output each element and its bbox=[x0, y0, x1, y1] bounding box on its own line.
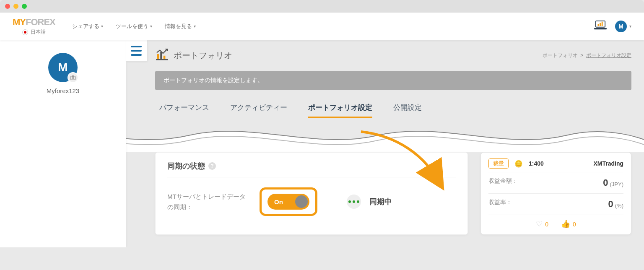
account-summary-card: 裁量 🪙 1:400 XMTrading 収益金額： 0(JPY) 収益率： 0… bbox=[480, 152, 631, 235]
chevron-down-icon: ▾ bbox=[150, 24, 152, 29]
leverage-value: 1:400 bbox=[529, 160, 544, 167]
breadcrumb-current[interactable]: ポートフォリオ設定 bbox=[586, 52, 631, 58]
window-close-dot[interactable] bbox=[5, 4, 10, 9]
site-logo[interactable]: MYFOREX bbox=[13, 17, 55, 28]
sync-toggle-highlight: On bbox=[260, 187, 317, 216]
language-label: 日本語 bbox=[31, 29, 46, 36]
nav-tools[interactable]: ツールを使う▾ bbox=[116, 23, 152, 30]
svg-rect-2 bbox=[598, 24, 599, 26]
username-label: Myforex123 bbox=[47, 87, 79, 94]
browser-titlebar bbox=[0, 0, 644, 13]
svg-rect-3 bbox=[600, 23, 601, 26]
svg-rect-5 bbox=[70, 76, 75, 80]
logo-forex: FOREX bbox=[26, 17, 55, 27]
breadcrumb-root[interactable]: ポートフォリオ bbox=[543, 52, 578, 58]
svg-rect-1 bbox=[594, 28, 607, 30]
tab-performance[interactable]: パフォーマンス bbox=[159, 103, 209, 118]
site-header: MYFOREX 日本語 シェアする▾ ツールを使う▾ 情報を見る▾ M ▾ bbox=[0, 13, 644, 40]
nav-share[interactable]: シェアする▾ bbox=[72, 23, 103, 30]
tab-bar: パフォーマンス アクティビティー ポートフォリオ設定 公開設定 bbox=[155, 103, 631, 119]
chevron-down-icon: ▾ bbox=[629, 24, 631, 29]
hamburger-menu[interactable] bbox=[126, 40, 147, 61]
favorite-button[interactable]: ♡0 bbox=[536, 219, 548, 228]
language-selector[interactable]: 日本語 bbox=[22, 29, 46, 36]
thumbs-up-icon: 👍 bbox=[561, 220, 570, 228]
user-menu[interactable]: M ▾ bbox=[615, 21, 631, 32]
svg-rect-11 bbox=[164, 56, 166, 59]
profit-label: 収益金額： bbox=[488, 177, 518, 188]
syncing-dots-icon bbox=[347, 195, 361, 209]
svg-rect-4 bbox=[602, 22, 603, 26]
laptop-chart-icon[interactable] bbox=[594, 20, 607, 32]
broker-name: XMTrading bbox=[593, 160, 623, 167]
coins-icon: 🪙 bbox=[514, 160, 523, 168]
chart-icon bbox=[155, 49, 169, 62]
flag-jp-icon bbox=[22, 29, 28, 35]
chevron-down-icon: ▾ bbox=[194, 24, 196, 29]
tab-activity[interactable]: アクティビティー bbox=[230, 103, 287, 118]
sync-toggle[interactable]: On bbox=[267, 194, 309, 210]
sync-label: MTサーバとトレードデータの同期： bbox=[167, 191, 247, 213]
window-max-dot[interactable] bbox=[22, 4, 27, 9]
heart-icon: ♡ bbox=[536, 220, 543, 228]
toggle-knob bbox=[295, 195, 308, 208]
tab-portfolio-settings[interactable]: ポートフォリオ設定 bbox=[308, 103, 372, 118]
logo-my: MY bbox=[13, 17, 26, 27]
tab-publish-settings[interactable]: 公開設定 bbox=[393, 103, 422, 118]
camera-icon[interactable] bbox=[68, 72, 78, 83]
account-type-badge: 裁量 bbox=[488, 158, 509, 169]
info-banner: ポートフォリオの情報を設定します。 bbox=[155, 71, 631, 90]
breadcrumb: ポートフォリオ > ポートフォリオ設定 bbox=[543, 52, 631, 59]
rate-label: 収益率： bbox=[488, 199, 512, 210]
chevron-down-icon: ▾ bbox=[101, 24, 103, 29]
profit-value: 0 bbox=[603, 177, 608, 188]
rate-value: 0 bbox=[608, 199, 613, 209]
avatar-small: M bbox=[615, 21, 627, 32]
avatar-large[interactable]: M bbox=[48, 53, 78, 82]
sync-status-text: 同期中 bbox=[369, 197, 392, 207]
nav-info[interactable]: 情報を見る▾ bbox=[165, 23, 196, 30]
svg-rect-7 bbox=[72, 75, 74, 77]
callout-arrow-icon bbox=[315, 140, 424, 192]
svg-rect-9 bbox=[157, 54, 159, 59]
help-icon[interactable]: ? bbox=[208, 162, 216, 170]
sidebar: M Myforex123 bbox=[0, 40, 126, 247]
svg-point-6 bbox=[72, 77, 74, 79]
window-min-dot[interactable] bbox=[13, 4, 18, 9]
sync-status-card: 同期の状態 ? MTサーバとトレードデータの同期： On bbox=[155, 152, 468, 235]
like-button[interactable]: 👍0 bbox=[561, 219, 576, 228]
